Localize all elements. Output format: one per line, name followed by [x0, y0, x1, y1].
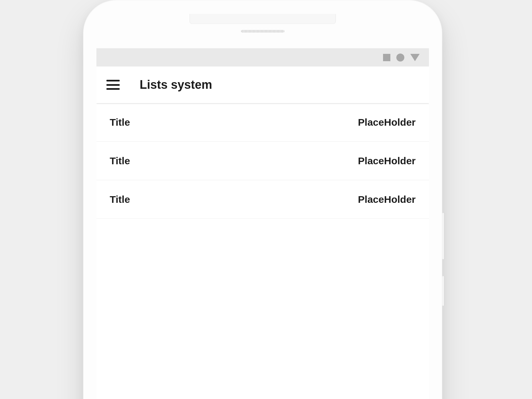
- list-item-placeholder: PlaceHolder: [358, 194, 416, 205]
- list-item-title: Title: [110, 194, 130, 205]
- app-bar: Lists system: [96, 66, 429, 103]
- list-item-placeholder: PlaceHolder: [358, 155, 416, 167]
- screen: Lists system Title PlaceHolder Title Pla…: [96, 48, 429, 399]
- phone-top-slot: [190, 14, 336, 24]
- list-item[interactable]: Title PlaceHolder: [96, 142, 429, 180]
- phone-side-button: [442, 276, 444, 306]
- list-item[interactable]: Title PlaceHolder: [96, 103, 429, 142]
- list-item-title: Title: [110, 117, 130, 128]
- phone-frame: Lists system Title PlaceHolder Title Pla…: [83, 0, 442, 399]
- status-triangle-icon: [410, 54, 420, 61]
- status-square-icon: [383, 54, 390, 61]
- list-item[interactable]: Title PlaceHolder: [96, 180, 429, 219]
- phone-speaker: [241, 30, 284, 33]
- list-item-placeholder: PlaceHolder: [358, 117, 416, 128]
- status-bar: [96, 48, 429, 66]
- phone-side-button: [442, 213, 444, 259]
- status-circle-icon: [396, 54, 404, 62]
- list-item-title: Title: [110, 155, 130, 167]
- hamburger-menu-icon[interactable]: [106, 80, 120, 90]
- app-title: Lists system: [140, 78, 212, 92]
- list: Title PlaceHolder Title PlaceHolder Titl…: [96, 103, 429, 219]
